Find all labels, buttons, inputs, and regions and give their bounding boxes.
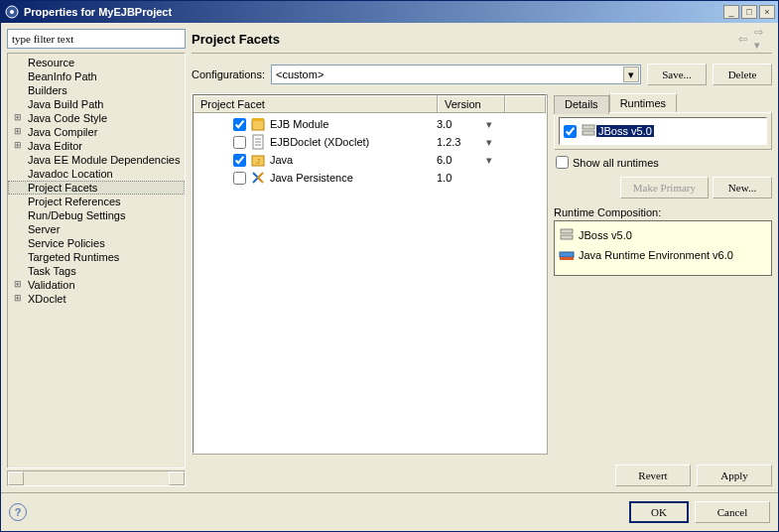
tree-item[interactable]: Targeted Runtimes: [8, 250, 185, 264]
revert-button[interactable]: Revert: [615, 465, 691, 486]
runtime-label: JBoss v5.0: [596, 125, 654, 137]
tab-details[interactable]: Details: [554, 95, 609, 114]
runtime-composition-label: Runtime Composition:: [554, 206, 772, 218]
delete-button[interactable]: Delete: [713, 64, 772, 85]
properties-dialog: Properties for MyEJBProject _ □ × Resour…: [0, 0, 779, 532]
runtime-checkbox[interactable]: [564, 125, 577, 138]
tree-item[interactable]: Validation: [8, 278, 185, 292]
runtimes-list[interactable]: JBoss v5.0: [559, 117, 767, 145]
runtimes-tab-content: JBoss v5.0: [554, 112, 772, 150]
forward-icon[interactable]: ⇨ ▾: [754, 31, 770, 47]
tab-runtimes[interactable]: Runtimes: [609, 93, 677, 112]
app-icon: [4, 4, 20, 20]
configurations-combo[interactable]: <custom> ▾: [271, 65, 641, 84]
facet-checkbox[interactable]: [233, 154, 246, 167]
page-title: Project Facets: [192, 32, 732, 47]
facets-body[interactable]: EJB Module3.0▾EJBDoclet (XDoclet)1.2.3▾J…: [194, 113, 546, 453]
configurations-row: Configurations: <custom> ▾ Save... Delet…: [192, 64, 772, 85]
main-panel: Project Facets ⇦ ⇨ ▾ Configurations: <cu…: [192, 29, 772, 486]
dialog-button-bar: ? OK Cancel: [1, 492, 778, 531]
server-icon: [581, 122, 596, 140]
filter-input[interactable]: [7, 29, 186, 49]
runtime-composition-box: JBoss v5.0Java Runtime Environment v6.0: [554, 220, 772, 276]
tree-item[interactable]: Java EE Module Dependencies: [8, 153, 185, 167]
dialog-body: ResourceBeanInfo PathBuildersJava Build …: [1, 23, 778, 492]
tree-item[interactable]: Project References: [8, 195, 185, 208]
facet-checkbox[interactable]: [233, 136, 246, 149]
facet-version: 6.0: [437, 154, 486, 166]
tree-item[interactable]: BeanInfo Path: [8, 69, 185, 83]
svg-point-1: [10, 10, 14, 14]
tree-item[interactable]: Java Editor: [8, 139, 185, 153]
page-footer: Revert Apply: [192, 465, 772, 486]
new-runtime-button[interactable]: New...: [713, 177, 772, 199]
composition-label: JBoss v5.0: [579, 229, 632, 241]
horizontal-scrollbar[interactable]: [7, 470, 186, 486]
tree-item[interactable]: Java Code Style: [8, 111, 185, 125]
scroll-left-button[interactable]: [8, 471, 24, 485]
facet-version: 1.0: [437, 172, 486, 184]
category-tree[interactable]: ResourceBeanInfo PathBuildersJava Build …: [7, 53, 186, 468]
apply-button[interactable]: Apply: [697, 465, 772, 486]
scroll-right-button[interactable]: [169, 471, 185, 485]
facet-label: EJB Module: [270, 118, 437, 130]
make-primary-button[interactable]: Make Primary: [620, 177, 709, 199]
svg-rect-3: [252, 118, 264, 121]
content-split: Project Facet Version EJB Module3.0▾EJBD…: [192, 93, 772, 455]
chevron-down-icon[interactable]: ▾: [486, 118, 492, 131]
tree-item[interactable]: Run/Debug Settings: [8, 208, 185, 222]
facet-checkbox[interactable]: [233, 118, 246, 131]
cancel-button[interactable]: Cancel: [695, 501, 770, 523]
show-all-runtimes-checkbox[interactable]: Show all runtimes: [556, 156, 770, 169]
facet-header-version[interactable]: Version: [438, 95, 505, 112]
facet-header-name[interactable]: Project Facet: [194, 95, 438, 112]
tree-item[interactable]: Task Tags: [8, 264, 185, 278]
tree-item[interactable]: Java Build Path: [8, 97, 185, 111]
composition-item: JBoss v5.0: [559, 225, 767, 245]
runtime-item[interactable]: JBoss v5.0: [562, 120, 764, 142]
save-button[interactable]: Save...: [647, 64, 707, 85]
facet-row[interactable]: EJB Module3.0▾: [194, 115, 546, 133]
ok-button[interactable]: OK: [629, 501, 689, 523]
configurations-value: <custom>: [276, 68, 324, 80]
configurations-label: Configurations:: [192, 68, 265, 80]
svg-rect-11: [583, 131, 594, 135]
tree-item[interactable]: Builders: [8, 83, 185, 97]
back-icon[interactable]: ⇦: [734, 31, 750, 47]
facet-checkbox[interactable]: [233, 172, 246, 185]
facet-label: EJBDoclet (XDoclet): [270, 136, 437, 148]
server-icon: [559, 226, 575, 244]
facet-row[interactable]: JJava6.0▾: [194, 151, 546, 169]
runtime-buttons: Make Primary New...: [554, 177, 772, 199]
svg-text:J: J: [256, 157, 260, 166]
tree-item[interactable]: Project Facets: [8, 181, 185, 195]
tree-item[interactable]: Service Policies: [8, 236, 185, 250]
facet-header-spacer: [505, 95, 546, 112]
tree-item[interactable]: Server: [8, 222, 185, 236]
page-header: Project Facets ⇦ ⇨ ▾: [192, 29, 772, 54]
maximize-button[interactable]: □: [741, 5, 757, 19]
help-icon[interactable]: ?: [9, 503, 27, 521]
facets-panel: Project Facet Version EJB Module3.0▾EJBD…: [192, 93, 548, 455]
show-all-runtimes-input[interactable]: [556, 156, 569, 169]
chevron-down-icon[interactable]: ▾: [623, 66, 639, 82]
facet-row[interactable]: EJBDoclet (XDoclet)1.2.3▾: [194, 133, 546, 151]
tree-item[interactable]: Javadoc Location: [8, 167, 185, 181]
svg-rect-12: [561, 229, 573, 233]
facet-row[interactable]: Java Persistence1.0: [194, 169, 546, 187]
chevron-down-icon[interactable]: ▾: [486, 136, 492, 149]
facet-label: Java Persistence: [270, 172, 437, 184]
scroll-track[interactable]: [24, 471, 169, 485]
tree-item[interactable]: XDoclet: [8, 292, 185, 306]
jpa-icon: [250, 170, 266, 186]
minimize-button[interactable]: _: [723, 5, 739, 19]
svg-rect-15: [560, 257, 574, 260]
chevron-down-icon[interactable]: ▾: [486, 154, 492, 167]
tree-item[interactable]: Java Compiler: [8, 125, 185, 139]
right-panel: Details Runtimes JBoss v5.0 Show all run…: [554, 93, 772, 455]
doc-icon: [250, 134, 266, 150]
tree-item[interactable]: Resource: [8, 56, 185, 69]
close-button[interactable]: ×: [759, 5, 775, 19]
java-icon: J: [250, 152, 266, 168]
svg-rect-10: [583, 125, 594, 129]
